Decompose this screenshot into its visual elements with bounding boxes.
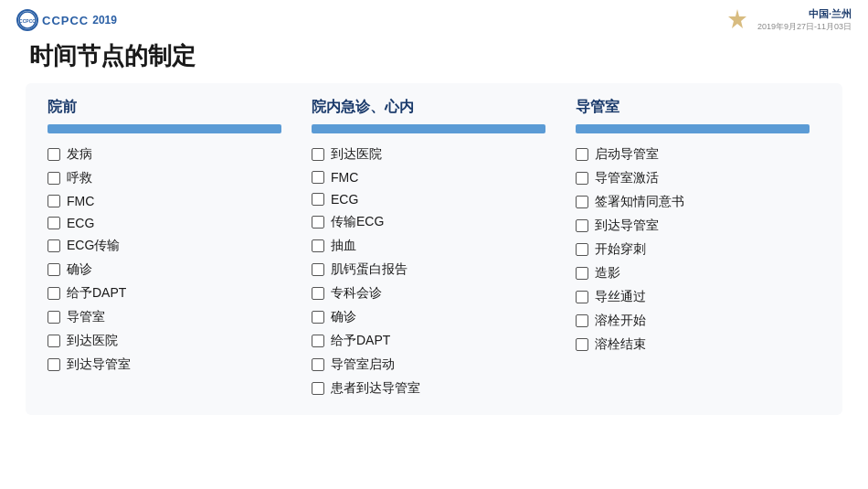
item-label: 开始穿刺 <box>595 241 646 258</box>
list-item: 给予DAPT <box>312 329 545 353</box>
list-item: 造影 <box>576 261 810 285</box>
item-label: 患者到达导管室 <box>331 380 420 397</box>
list-item: ECG <box>312 188 545 210</box>
item-label: ECG <box>67 216 94 230</box>
checkbox-icon[interactable] <box>312 287 324 300</box>
item-label: 发病 <box>67 146 92 163</box>
checkbox-icon[interactable] <box>576 196 588 208</box>
checkbox-icon[interactable] <box>48 195 60 207</box>
item-label: 导丝通过 <box>595 289 646 305</box>
list-item: 到达导管室 <box>576 214 810 238</box>
item-label: 专科会诊 <box>331 285 382 302</box>
checkbox-icon[interactable] <box>312 193 324 206</box>
col-bar-col1 <box>48 124 281 133</box>
list-item: ECG <box>48 212 281 234</box>
list-item: 肌钙蛋白报告 <box>312 258 545 282</box>
checkbox-icon[interactable] <box>48 263 60 276</box>
list-item: 传输ECG <box>312 210 545 234</box>
item-label: 到达导管室 <box>67 356 131 373</box>
list-item: 确诊 <box>48 258 281 282</box>
item-label: 肌钙蛋白报告 <box>331 261 408 278</box>
list-item: 患者到达导管室 <box>312 377 545 400</box>
checkbox-icon[interactable] <box>576 314 588 327</box>
checkbox-icon[interactable] <box>576 267 588 280</box>
checkbox-icon[interactable] <box>576 243 588 256</box>
item-label: 到达导管室 <box>595 218 659 234</box>
checkbox-icon[interactable] <box>312 239 324 252</box>
list-item: 开始穿刺 <box>576 238 810 261</box>
checkbox-icon[interactable] <box>48 239 60 252</box>
col-bar-col2 <box>312 124 545 133</box>
logo-year: 2019 <box>92 14 117 27</box>
checkbox-icon[interactable] <box>576 172 588 185</box>
item-label: 给予DAPT <box>67 285 126 302</box>
item-label: 导管室启动 <box>331 356 395 373</box>
item-label: FMC <box>331 170 358 185</box>
item-label: 确诊 <box>67 261 92 278</box>
item-label: 抽血 <box>331 238 356 254</box>
list-item: 启动导管室 <box>576 143 810 166</box>
list-item: 导管室激活 <box>576 166 810 190</box>
item-label: 造影 <box>595 265 620 282</box>
column-col3: 导管室启动导管室导管室激活签署知情同意书到达导管室开始穿刺造影导丝通过溶栓开始溶… <box>565 98 820 400</box>
item-label: 溶栓开始 <box>595 313 646 329</box>
list-item: 签署知情同意书 <box>576 190 810 214</box>
item-label: 导管室 <box>67 309 105 325</box>
list-item: FMC <box>312 166 545 188</box>
checkbox-icon[interactable] <box>576 291 588 303</box>
item-label: FMC <box>67 194 94 208</box>
list-item: 发病 <box>48 143 281 166</box>
list-item: 专科会诊 <box>312 282 545 305</box>
checkbox-icon[interactable] <box>48 217 60 229</box>
item-label: 启动导管室 <box>595 146 659 163</box>
list-item: 溶栓开始 <box>576 309 810 333</box>
right-logo-area: 中国·兰州 2019年9月27日-11月03日 <box>725 7 852 33</box>
list-item: FMC <box>48 190 281 212</box>
checkbox-icon[interactable] <box>576 148 588 161</box>
column-col1: 院前发病呼救FMCECGECG传输确诊给予DAPT导管室到达医院到达导管室 <box>48 98 292 400</box>
right-logo-city: 中国·兰州 <box>757 7 852 21</box>
checkbox-icon[interactable] <box>576 338 588 351</box>
right-logo-date: 2019年9月27日-11月03日 <box>757 21 852 33</box>
checkbox-icon[interactable] <box>312 311 324 324</box>
checkbox-icon[interactable] <box>312 148 324 161</box>
right-logo-icon <box>725 7 750 33</box>
checkbox-icon[interactable] <box>48 335 60 347</box>
checkbox-icon[interactable] <box>312 216 324 229</box>
list-item: 确诊 <box>312 305 545 329</box>
checkbox-icon[interactable] <box>312 358 324 371</box>
item-label: 签署知情同意书 <box>595 194 684 210</box>
col-divider <box>296 98 297 400</box>
checkbox-icon[interactable] <box>576 219 588 232</box>
item-label: 呼救 <box>67 170 92 186</box>
list-item: 到达导管室 <box>48 353 281 377</box>
ccpcc-logo-circle: CCPCC <box>16 9 38 31</box>
item-label: 溶栓结束 <box>595 336 646 353</box>
list-item: 抽血 <box>312 234 545 258</box>
list-item: 溶栓结束 <box>576 333 810 356</box>
item-label: 导管室激活 <box>595 170 659 186</box>
content-area: 院前发病呼救FMCECGECG传输确诊给予DAPT导管室到达医院到达导管室院内急… <box>26 83 842 415</box>
checkbox-icon[interactable] <box>312 171 324 184</box>
checkbox-icon[interactable] <box>48 287 60 300</box>
checkbox-icon[interactable] <box>312 335 324 347</box>
col-divider <box>560 98 561 400</box>
logo-left: CCPCC CCPCC 2019 <box>16 9 117 31</box>
list-item: 导管室启动 <box>312 353 545 377</box>
checkbox-icon[interactable] <box>48 172 60 185</box>
page-title: 时间节点的制定 <box>0 37 868 83</box>
checkbox-icon[interactable] <box>48 148 60 161</box>
logo-text: CCPCC <box>42 14 89 27</box>
checkbox-icon[interactable] <box>312 382 324 395</box>
checkbox-icon[interactable] <box>48 358 60 371</box>
checkbox-icon[interactable] <box>48 311 60 324</box>
columns-wrapper: 院前发病呼救FMCECGECG传输确诊给予DAPT导管室到达医院到达导管室院内急… <box>48 98 820 400</box>
list-item: 给予DAPT <box>48 282 281 305</box>
list-item: 到达医院 <box>312 143 545 166</box>
checkbox-icon[interactable] <box>312 263 324 276</box>
svg-text:CCPCC: CCPCC <box>19 18 36 24</box>
item-label: 给予DAPT <box>331 333 390 349</box>
item-label: 传输ECG <box>331 214 384 230</box>
col-header-col2: 院内急诊、心内 <box>312 98 545 117</box>
svg-marker-2 <box>728 9 746 28</box>
